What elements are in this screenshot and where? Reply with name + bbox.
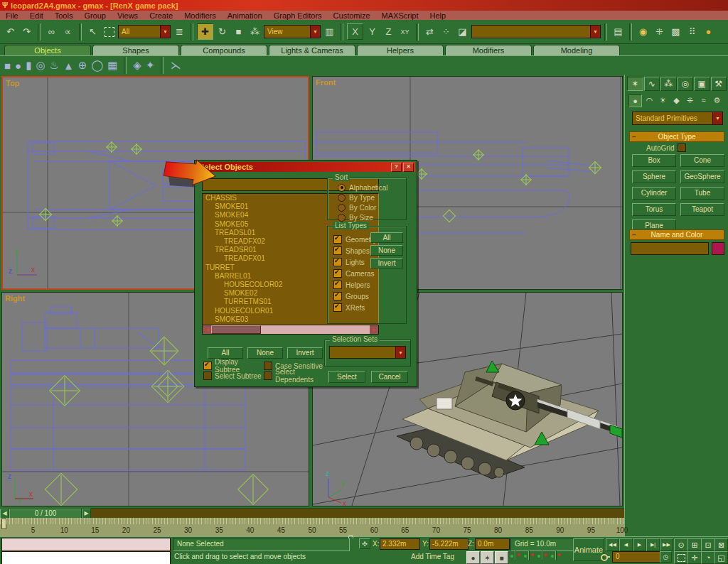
animate-button[interactable]: Animate xyxy=(573,538,604,561)
time-slider-track[interactable]: ◀ 0 / 100 ▶ xyxy=(0,508,624,518)
helpers-icon[interactable]: ⁜ xyxy=(684,94,696,106)
go-to-start-icon[interactable]: ◀◀ xyxy=(606,538,619,551)
dialog-checkbox[interactable]: Display Subtree xyxy=(203,361,264,371)
category-tab[interactable]: Helpers xyxy=(357,45,444,55)
chevron-down-icon[interactable]: ▼ xyxy=(160,26,170,38)
autogrid-checkbox[interactable] xyxy=(678,143,686,152)
next-frame-icon[interactable]: ▶ xyxy=(82,509,91,519)
object-name-input[interactable] xyxy=(631,242,709,255)
help-icon[interactable]: ? xyxy=(391,163,402,172)
next-frame-button-icon[interactable]: ▶| xyxy=(646,538,660,551)
cancel-button[interactable]: Cancel xyxy=(371,371,408,383)
hierarchy-tab-icon[interactable]: ⁂ xyxy=(660,77,677,91)
list-type-option[interactable]: Cameras xyxy=(333,268,377,279)
primitive-button[interactable]: Torus xyxy=(632,203,676,216)
teapot-icon[interactable]: ♨ xyxy=(49,59,58,72)
rotate-icon[interactable]: ↻ xyxy=(215,24,230,39)
chevron-down-icon[interactable]: ▼ xyxy=(395,347,405,358)
degradation-sphere-icon[interactable]: ● xyxy=(466,551,480,564)
category-tab[interactable]: Objects xyxy=(4,45,91,55)
dialog-title-bar[interactable]: Select Objects ? ✕ xyxy=(196,162,415,172)
invert-button[interactable]: Invert xyxy=(287,347,323,359)
primitive-button[interactable]: Cone xyxy=(680,154,724,167)
reference-coordinate-dropdown[interactable]: View ▼ xyxy=(264,25,321,38)
time-slider-handle[interactable]: 0 / 100 xyxy=(9,509,82,519)
viewport-right-label[interactable]: Right xyxy=(5,294,25,303)
select-object-icon[interactable]: ↖ xyxy=(85,24,100,39)
degradation-spiky-icon[interactable]: ✶ xyxy=(481,551,494,564)
arc-rotate-icon[interactable]: ◔ xyxy=(701,551,715,564)
spacewarps-icon[interactable]: ≈ xyxy=(697,94,710,106)
shapes-icon[interactable]: ◠ xyxy=(643,94,655,106)
menu-item[interactable]: MAXScript xyxy=(376,11,424,20)
menu-item[interactable]: Help xyxy=(424,11,452,20)
sphere-icon[interactable]: ● xyxy=(15,60,21,72)
quadpatch-icon[interactable]: ◈ xyxy=(133,59,141,72)
category-tab[interactable]: Lights & Cameras xyxy=(269,45,355,55)
angle-snap-icon[interactable] xyxy=(528,551,530,560)
maxscript-mini-listener[interactable] xyxy=(1,538,171,551)
cameras-icon[interactable]: ◆ xyxy=(670,94,682,106)
material-editor-icon[interactable]: ◉ xyxy=(636,24,651,39)
category-tab[interactable]: Modeling xyxy=(533,45,620,55)
region-select-icon[interactable] xyxy=(102,24,117,39)
close-icon[interactable]: ✕ xyxy=(403,163,414,172)
star-shape-icon[interactable]: ✦ xyxy=(146,59,155,72)
chevron-down-icon[interactable]: ▼ xyxy=(712,112,722,124)
play-icon[interactable]: ▶ xyxy=(633,538,646,551)
menu-item[interactable]: Animation xyxy=(222,11,268,20)
move-icon[interactable]: ✚ xyxy=(197,23,213,40)
motion-tab-icon[interactable]: ◎ xyxy=(678,77,694,91)
menu-item[interactable]: Customize xyxy=(328,11,376,20)
scroll-left-icon[interactable]: ◀ xyxy=(203,325,211,334)
box-icon[interactable]: ■ xyxy=(4,60,11,72)
category-tab[interactable]: Compounds xyxy=(181,45,267,55)
modify-tab-icon[interactable]: ∿ xyxy=(644,77,660,91)
list-types-all-button[interactable]: All xyxy=(370,232,403,243)
scroll-right-icon[interactable]: ▶ xyxy=(370,325,378,334)
scale-icon[interactable]: ■ xyxy=(231,24,246,39)
add-time-tag[interactable]: Add Time Tag xyxy=(411,553,454,560)
x-coord-field[interactable]: 2.332m xyxy=(380,538,420,550)
list-type-option[interactable]: Groups xyxy=(333,291,377,302)
chevron-down-icon[interactable]: ▼ xyxy=(310,26,320,38)
primitive-button[interactable]: Cylinder xyxy=(632,187,676,200)
primitives-category-dropdown[interactable]: Standard Primitives ▼ xyxy=(632,112,723,125)
menu-item[interactable]: File xyxy=(0,11,24,20)
unlink-icon[interactable]: ∝ xyxy=(60,24,75,39)
primitive-button[interactable]: GeoSphere xyxy=(680,170,724,183)
absolute-mode-icon[interactable]: ✣ xyxy=(359,538,370,549)
spinner-snap-icon[interactable] xyxy=(555,551,557,560)
track-bar[interactable]: 5101520253035404550556065707580859095100 xyxy=(0,518,624,536)
object-list-hscrollbar[interactable]: ◀ ▶ xyxy=(202,325,379,335)
torus-icon[interactable]: ◎ xyxy=(36,59,45,72)
object-type-rollout[interactable]: – Object Type xyxy=(629,131,724,142)
region-zoom-icon[interactable] xyxy=(674,551,688,564)
systems-icon[interactable]: ⚙ xyxy=(711,94,723,106)
axis-z-button[interactable]: Z xyxy=(381,24,396,39)
chevron-down-icon[interactable]: ▼ xyxy=(590,26,600,38)
primitive-button[interactable]: Tube xyxy=(680,187,724,200)
selection-filter-dropdown[interactable]: All ▼ xyxy=(118,25,171,38)
list-type-option[interactable]: XRefs xyxy=(333,302,377,313)
name-color-rollout[interactable]: – Name and Color xyxy=(629,229,724,240)
primitive-button[interactable]: Teapot xyxy=(680,203,724,216)
go-to-end-icon[interactable]: ▶▶ xyxy=(660,538,673,551)
y-coord-field[interactable]: -5.222m xyxy=(429,538,469,550)
schematic-view-icon[interactable]: ⁜ xyxy=(652,24,667,39)
display-tab-icon[interactable]: ▣ xyxy=(694,77,710,91)
list-type-option[interactable]: Helpers xyxy=(333,279,377,291)
track-view-icon[interactable]: ▤ xyxy=(611,24,626,39)
zoom-all-icon[interactable]: ⊞ xyxy=(687,538,702,551)
zoom-extents-icon[interactable]: ⊡ xyxy=(701,538,715,551)
align-icon[interactable]: ◪ xyxy=(455,24,470,39)
snap-toggle-icon[interactable] xyxy=(515,551,516,560)
primitive-button[interactable]: Sphere xyxy=(632,170,676,183)
array-icon[interactable]: ⁘ xyxy=(439,24,454,39)
cylinder-icon[interactable]: ▮ xyxy=(26,59,31,72)
create-tab-icon[interactable]: ✶ xyxy=(627,77,643,91)
none-button[interactable]: None xyxy=(247,347,283,359)
z-coord-field[interactable]: 0.0m xyxy=(475,538,510,550)
viewport-top-label[interactable]: Top xyxy=(6,79,19,87)
tube-icon[interactable]: ◯ xyxy=(91,59,103,72)
